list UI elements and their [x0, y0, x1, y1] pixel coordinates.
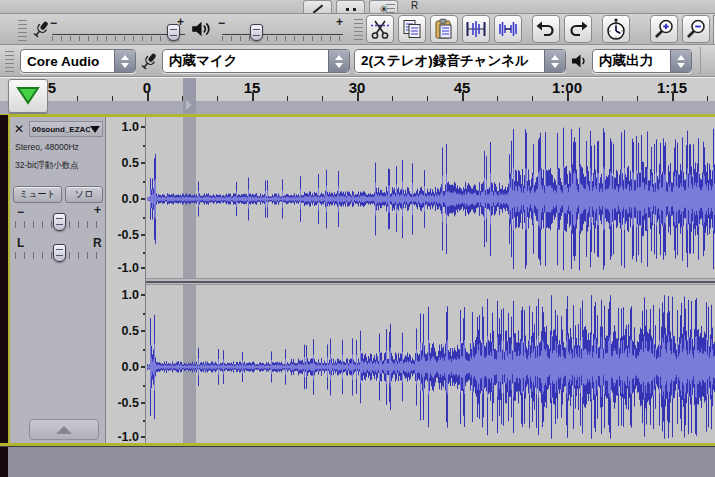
- gain-slider-thumb[interactable]: [53, 213, 66, 231]
- scale-minor-tick: [143, 385, 145, 387]
- audio-host-select[interactable]: Core Audio: [20, 49, 136, 73]
- mixer-edit-toolbar: − + − +: [0, 14, 715, 45]
- silence-button[interactable]: [494, 15, 522, 43]
- record-level-slider[interactable]: [52, 34, 185, 35]
- scale-label: -1.0: [106, 430, 139, 444]
- track-close-button[interactable]: ✕: [14, 122, 24, 136]
- dots-partial-icon: [346, 8, 356, 11]
- track-title-menu[interactable]: 00sound_EZACT: [29, 121, 103, 137]
- recording-device-select[interactable]: 内蔵マイク: [162, 49, 350, 73]
- ruler-tick: [357, 92, 359, 101]
- playback-level-plus: +: [336, 15, 343, 29]
- scale-tick: [141, 162, 145, 164]
- record-level-thumb[interactable]: [167, 24, 180, 41]
- redo-icon: [567, 18, 589, 40]
- gain-minus-label: −: [17, 205, 24, 219]
- zoom-in-button[interactable]: [650, 15, 678, 43]
- timer-record-icon: [605, 18, 627, 40]
- track-collapse-button[interactable]: [29, 419, 99, 440]
- zoom-out-button[interactable]: [682, 15, 710, 43]
- playhead-marker-icon: [186, 100, 192, 110]
- track-info-format: 32-bit浮動小数点: [15, 160, 79, 172]
- recording-device-value: 内蔵マイク: [163, 50, 328, 72]
- scale-minor-tick: [143, 313, 145, 315]
- ruler-tick: [497, 96, 498, 101]
- tools-toolbar-partial: ✳ R: [0, 0, 715, 14]
- meter-channel-label: R: [411, 0, 418, 11]
- timeline-ruler[interactable]: 501530451:001:15: [0, 77, 715, 115]
- empty-track-area[interactable]: [8, 447, 715, 477]
- pencil-partial-icon: [312, 4, 322, 13]
- scale-label: 0.5: [106, 324, 139, 338]
- paste-button[interactable]: [430, 15, 458, 43]
- redo-button[interactable]: [564, 15, 592, 43]
- playback-device-select[interactable]: 内蔵出力: [592, 49, 692, 73]
- ruler-tick: [637, 96, 638, 101]
- scale-label: 0.5: [106, 156, 139, 170]
- toolbar-grip[interactable]: [354, 18, 363, 40]
- cut-button[interactable]: [366, 15, 394, 43]
- scale-tick: [141, 436, 145, 438]
- record-level-minus: −: [50, 16, 57, 30]
- vertical-scale-ruler[interactable]: 1.00.50.0-0.5-1.01.00.50.0-0.5-1.0: [106, 117, 146, 443]
- microphone-icon: [31, 17, 51, 45]
- microphone-icon: [139, 49, 159, 77]
- scale-tick: [141, 198, 145, 200]
- audacity-window: ✳ R − + − +: [0, 0, 715, 477]
- stepper-icon: [328, 50, 349, 72]
- undo-button[interactable]: [532, 15, 560, 43]
- solo-button[interactable]: ソロ: [65, 186, 103, 203]
- device-toolbar: Core Audio 内蔵マイク 2(ステレオ)録音チャンネル 内蔵出力: [0, 45, 715, 77]
- pan-slider-thumb[interactable]: [53, 244, 66, 262]
- toolbar-grip[interactable]: [386, 3, 395, 13]
- collapse-up-icon: [56, 426, 72, 434]
- zoom-tool-button[interactable]: [336, 0, 365, 13]
- ruler-tick: [567, 92, 569, 101]
- scale-minor-tick: [143, 420, 145, 422]
- timeline-pin-button[interactable]: [8, 79, 48, 113]
- scale-label: -0.5: [106, 228, 139, 242]
- pan-left-label: L: [17, 236, 24, 250]
- scale-label: -1.0: [106, 261, 139, 275]
- mute-button[interactable]: ミュート: [13, 186, 62, 203]
- cut-icon: [369, 18, 391, 40]
- green-triangle-icon: [15, 86, 41, 106]
- scale-label: 0.0: [106, 192, 139, 206]
- scale-tick: [141, 234, 145, 236]
- draw-tool-button[interactable]: [303, 0, 332, 13]
- scale-minor-tick: [143, 252, 145, 254]
- gain-plus-label: +: [94, 203, 101, 217]
- ruler-tick: [182, 96, 183, 101]
- ruler-tick: [672, 92, 674, 101]
- toolbar-grip[interactable]: [5, 50, 14, 72]
- trim-button[interactable]: [462, 15, 490, 43]
- timeline-label: 5: [48, 79, 56, 96]
- copy-icon: [401, 18, 423, 40]
- ruler-tick: [217, 96, 218, 101]
- scale-tick: [141, 402, 145, 404]
- ruler-tick: [252, 92, 254, 101]
- playback-level-thumb[interactable]: [250, 24, 263, 41]
- ruler-tick: [287, 96, 288, 101]
- toolbar-grip[interactable]: [18, 17, 27, 41]
- scale-minor-tick: [143, 145, 145, 147]
- timer-record-button[interactable]: [602, 15, 630, 43]
- ruler-tick: [392, 96, 393, 101]
- track-info-rate: Stereo, 48000Hz: [15, 142, 79, 152]
- scale-tick: [141, 330, 145, 332]
- undo-icon: [535, 18, 557, 40]
- ruler-tick: [707, 96, 708, 101]
- scale-tick: [141, 126, 145, 128]
- scale-minor-tick: [143, 217, 145, 219]
- speaker-icon: [190, 18, 212, 44]
- zoom-out-icon: [685, 18, 707, 40]
- copy-button[interactable]: [398, 15, 426, 43]
- ruler-tick: [112, 96, 113, 101]
- playback-level-slider[interactable]: [222, 34, 343, 35]
- scale-label: 1.0: [106, 120, 139, 134]
- scale-label: 0.0: [106, 360, 139, 374]
- channel-divider[interactable]: [146, 278, 715, 285]
- paste-icon: [433, 18, 455, 40]
- pan-right-label: R: [93, 236, 102, 250]
- recording-channels-select[interactable]: 2(ステレオ)録音チャンネル: [354, 49, 566, 73]
